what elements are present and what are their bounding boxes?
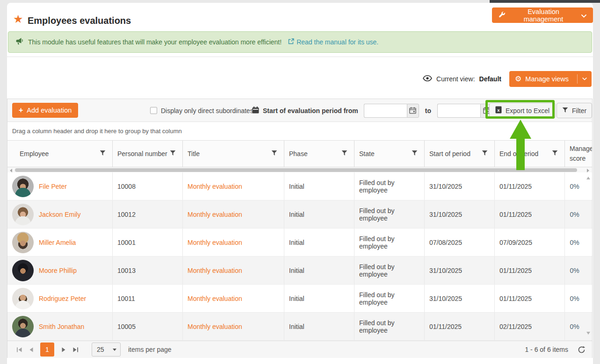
filter-button[interactable]: Filter <box>557 103 592 118</box>
employee-link[interactable]: Smith Jonathan <box>39 323 84 330</box>
start-of-period-cell: 01/11/2025 <box>425 313 495 340</box>
external-link-icon <box>288 38 294 46</box>
column-header-employee[interactable]: Employee <box>7 141 113 167</box>
column-header-personal-number[interactable]: Personal number <box>113 141 183 167</box>
personal-number-cell: 10008 <box>113 172 183 200</box>
page-number-button[interactable]: 1 <box>40 343 54 357</box>
filter-funnel-icon[interactable] <box>271 150 277 157</box>
previous-page-button[interactable] <box>25 343 37 356</box>
grid-header: Employee Personal number Title Phase Sta… <box>7 141 592 167</box>
filter-funnel-icon[interactable] <box>552 150 558 157</box>
column-header-phase[interactable]: Phase <box>284 141 354 167</box>
horizontal-scrollbar[interactable] <box>7 167 592 172</box>
last-page-button[interactable] <box>69 343 81 356</box>
employee-link[interactable]: Rodriguez Peter <box>39 295 86 302</box>
start-of-period-cell: 31/10/2025 <box>425 257 495 284</box>
date-from-picker-button[interactable] <box>407 104 419 118</box>
filter-funnel-icon[interactable] <box>100 150 106 157</box>
end-of-period-cell: 01/11/2025 <box>495 200 565 228</box>
table-row[interactable]: Smith Jonathan 10005 Monthly evaluation … <box>7 313 592 341</box>
grid-body: File Peter 10008 Monthly evaluation Init… <box>7 172 592 341</box>
first-page-button[interactable] <box>13 343 25 356</box>
evaluation-title-link[interactable]: Monthly evaluation <box>188 211 242 218</box>
title-cell: Monthly evaluation <box>183 313 284 340</box>
evaluation-title-link[interactable]: Monthly evaluation <box>188 239 242 246</box>
phase-cell: Initial <box>284 228 354 256</box>
table-row[interactable]: File Peter 10008 Monthly evaluation Init… <box>7 172 592 200</box>
evaluation-management-button[interactable]: Evaluation management <box>492 7 593 23</box>
period-filter: Start of evaluation period from to <box>252 99 492 122</box>
avatar <box>12 288 34 309</box>
table-row[interactable]: Moore Phillip 10013 Monthly evaluation I… <box>7 257 592 285</box>
personal-number-cell: 10001 <box>113 228 183 256</box>
page-size-dropdown[interactable]: 25 <box>92 343 121 357</box>
evaluation-title-link[interactable]: Monthly evaluation <box>188 323 242 330</box>
manual-link[interactable]: Read the manual for its use. <box>288 38 378 46</box>
manage-views-label: Manage views <box>525 75 569 83</box>
scrollbar-gutter <box>584 200 592 228</box>
column-header-state[interactable]: State <box>354 141 425 167</box>
employee-cell: File Peter <box>7 172 113 200</box>
filter-funnel-icon[interactable] <box>170 150 176 157</box>
direct-subordinates-checkbox[interactable] <box>150 107 157 114</box>
manage-views-dropdown-arrow[interactable] <box>577 74 592 84</box>
scroll-left-arrow[interactable] <box>10 169 12 172</box>
column-header-manager-score[interactable]: Manager score <box>565 141 592 167</box>
state-cell: Filled out by employee <box>354 313 425 340</box>
date-to-input[interactable] <box>437 104 480 118</box>
evaluation-title-link[interactable]: Monthly evaluation <box>188 267 242 274</box>
evaluation-management-label: Evaluation management <box>509 8 578 23</box>
title-cell: Monthly evaluation <box>183 228 284 256</box>
column-header-title[interactable]: Title <box>183 141 284 167</box>
avatar <box>12 316 34 337</box>
start-of-period-cell: 31/10/2025 <box>425 285 495 312</box>
filter-funnel-icon[interactable] <box>412 150 418 157</box>
manager-score-cell: 0% <box>565 228 584 256</box>
table-row[interactable]: Jackson Emily 10012 Monthly evaluation I… <box>7 200 592 228</box>
scroll-down-arrow[interactable] <box>586 332 590 335</box>
grid-toolbar: + Add evaluation Display only direct sub… <box>7 99 592 122</box>
filter-funnel-icon[interactable] <box>341 150 347 157</box>
employee-link[interactable]: Jackson Emily <box>39 211 80 218</box>
evaluation-title-link[interactable]: Monthly evaluation <box>188 295 242 302</box>
scroll-right-arrow[interactable] <box>587 169 589 172</box>
calendar-icon <box>252 107 259 115</box>
manager-score-cell: 0% <box>565 257 584 284</box>
employee-link[interactable]: Moore Phillip <box>39 267 77 274</box>
filter-funnel-icon[interactable] <box>482 150 488 157</box>
scroll-up-arrow[interactable] <box>586 177 590 179</box>
eye-icon <box>423 75 432 83</box>
export-to-excel-button[interactable]: x Export to Excel <box>489 103 556 118</box>
scrollbar-gutter <box>584 313 592 340</box>
table-row[interactable]: Miller Amelia 10001 Monthly evaluation I… <box>7 228 592 257</box>
personal-number-cell: 10005 <box>113 313 183 340</box>
next-page-button[interactable] <box>57 343 69 356</box>
refresh-icon[interactable] <box>578 346 586 354</box>
avatar <box>12 176 34 197</box>
state-cell: Filled out by employee <box>354 228 425 256</box>
avatar <box>12 204 34 225</box>
employee-link[interactable]: File Peter <box>39 183 67 190</box>
dropdown-caret-icon <box>113 349 116 351</box>
megaphone-icon <box>15 38 23 46</box>
evaluation-title-link[interactable]: Monthly evaluation <box>188 183 242 190</box>
page-root: ★ Employees evaluations Evaluation manag… <box>0 0 600 364</box>
column-header-end-of-period[interactable]: End of period <box>495 141 565 167</box>
gear-icon: ⚙ <box>515 75 521 83</box>
manage-views-button[interactable]: ⚙ Manage views <box>509 71 592 87</box>
title-cell: Monthly evaluation <box>183 285 284 312</box>
employee-cell: Miller Amelia <box>7 228 113 256</box>
add-evaluation-button[interactable]: + Add evaluation <box>12 103 78 118</box>
date-from-input[interactable] <box>364 104 407 118</box>
items-per-page-label: items per page <box>128 346 172 353</box>
horizontal-scrollbar-thumb[interactable] <box>15 168 577 172</box>
employee-link[interactable]: Miller Amelia <box>39 239 76 246</box>
table-row[interactable]: Rodriguez Peter 10011 Monthly evaluation… <box>7 285 592 313</box>
date-to-group <box>437 104 492 118</box>
banner-message: This module has useful features that wil… <box>28 38 282 46</box>
personal-number-cell: 10013 <box>113 257 183 284</box>
subordinates-filter: Display only direct subordinates <box>150 99 253 122</box>
end-of-period-cell: 07/09/2025 <box>495 228 565 256</box>
column-header-start-of-period[interactable]: Start of period <box>425 141 495 167</box>
direct-subordinates-label[interactable]: Display only direct subordinates <box>161 107 253 114</box>
